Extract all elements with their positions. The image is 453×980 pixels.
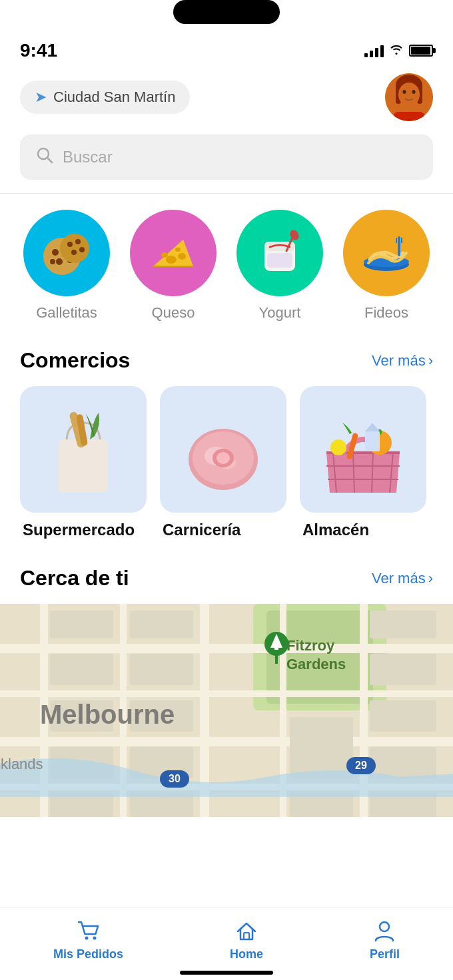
- svg-point-25: [178, 253, 186, 260]
- comercios-see-more-label: Ver más: [372, 352, 426, 369]
- nav-home[interactable]: Home: [230, 918, 263, 961]
- divider: [0, 193, 453, 194]
- svg-rect-78: [370, 611, 436, 638]
- comercios-see-more[interactable]: Ver más ›: [372, 352, 433, 369]
- svg-rect-68: [130, 611, 193, 638]
- search-icon: [36, 146, 53, 168]
- chevron-right-icon: ›: [428, 352, 433, 369]
- signal-icon: [364, 44, 384, 57]
- categories: Galletitas Queso: [0, 210, 453, 342]
- map-container[interactable]: Melbourne cklands Fitzroy Gardens 30 29: [0, 604, 453, 817]
- svg-rect-98: [244, 933, 249, 939]
- comercios-section-header: Comercios Ver más ›: [0, 342, 453, 386]
- header: ➤ Ciudad San Martín: [0, 67, 453, 134]
- svg-point-26: [161, 252, 168, 258]
- svg-point-4: [398, 83, 420, 107]
- category-label-yogurt: Yogurt: [259, 304, 301, 322]
- category-galletitas[interactable]: Galletitas: [23, 210, 110, 322]
- location-label: Ciudad San Martín: [53, 89, 175, 106]
- fideos-icon: [356, 223, 416, 283]
- svg-point-21: [79, 247, 85, 252]
- nav-perfil-label: Perfil: [370, 947, 400, 961]
- svg-point-17: [60, 234, 89, 263]
- svg-rect-7: [393, 112, 425, 121]
- svg-point-12: [52, 249, 59, 256]
- svg-rect-59: [0, 690, 453, 697]
- nearby-see-more[interactable]: Ver más ›: [372, 570, 433, 587]
- location-arrow-icon: ➤: [35, 89, 47, 106]
- nav-perfil[interactable]: Perfil: [370, 918, 400, 961]
- supermercado-image: [20, 386, 147, 513]
- almacen-label: Almacén: [300, 521, 369, 539]
- bottom-nav: Mis Pedidos Home Perfil: [0, 907, 453, 980]
- category-label-queso: Queso: [152, 304, 195, 322]
- commerce-almacen[interactable]: Almacén: [300, 386, 426, 539]
- svg-marker-53: [365, 423, 380, 431]
- comercios-title: Comercios: [20, 348, 130, 373]
- status-icons: [364, 44, 433, 58]
- search-placeholder: Buscar: [63, 148, 113, 166]
- supermercado-label: Supermercado: [20, 521, 135, 539]
- svg-point-6: [412, 90, 416, 94]
- location-button[interactable]: ➤ Ciudad San Martín: [20, 81, 190, 114]
- wifi-icon: [389, 44, 404, 58]
- cart-icon: [76, 918, 101, 943]
- nearby-see-more-label: Ver más: [372, 570, 426, 587]
- search-box[interactable]: Buscar: [20, 134, 433, 180]
- svg-rect-52: [365, 431, 380, 451]
- carniceria-label: Carnicería: [160, 521, 240, 539]
- svg-point-33: [288, 228, 300, 242]
- svg-text:30: 30: [169, 773, 181, 784]
- svg-point-27: [175, 248, 181, 252]
- commerce-carniceria[interactable]: Carnicería: [160, 386, 286, 539]
- category-circle-galletitas: [23, 210, 110, 296]
- svg-point-18: [67, 242, 73, 247]
- status-bar: 9:41: [0, 31, 453, 67]
- svg-rect-91: [274, 646, 278, 650]
- carniceria-image: [160, 386, 286, 513]
- category-circle-yogurt: [236, 210, 323, 296]
- svg-point-16: [50, 259, 55, 264]
- svg-point-24: [166, 256, 177, 264]
- svg-rect-77: [290, 717, 353, 748]
- category-circle-fideos: [343, 210, 430, 296]
- yogurt-icon: [250, 223, 310, 283]
- category-yogurt[interactable]: Yogurt: [236, 210, 323, 322]
- nearby-section-header: Cerca de ti Ver más ›: [0, 559, 453, 604]
- category-queso[interactable]: Queso: [130, 210, 217, 322]
- commerce-supermercado[interactable]: Supermercado: [20, 386, 147, 539]
- category-fideos[interactable]: Fideos: [343, 210, 430, 322]
- svg-rect-31: [267, 253, 292, 268]
- galletitas-icon: [37, 223, 97, 283]
- nav-mis-pedidos[interactable]: Mis Pedidos: [53, 918, 123, 961]
- commerce-row: Supermercado Carnicería: [0, 386, 453, 559]
- svg-rect-40: [59, 439, 108, 493]
- status-time: 9:41: [20, 40, 57, 61]
- nav-home-label: Home: [230, 947, 263, 961]
- map-section: Melbourne cklands Fitzroy Gardens 30 29: [0, 604, 453, 817]
- svg-rect-79: [370, 654, 436, 685]
- svg-text:Melbourne: Melbourne: [40, 700, 175, 729]
- map-svg: Melbourne cklands Fitzroy Gardens 30 29: [0, 604, 453, 817]
- svg-line-9: [47, 158, 52, 162]
- svg-text:Fitzroy: Fitzroy: [286, 637, 335, 654]
- svg-text:29: 29: [355, 760, 367, 771]
- svg-point-48: [217, 452, 230, 464]
- nav-mis-pedidos-label: Mis Pedidos: [53, 947, 123, 961]
- svg-point-54: [330, 439, 346, 455]
- svg-rect-70: [130, 654, 193, 685]
- svg-point-99: [380, 922, 389, 931]
- svg-rect-81: [370, 700, 436, 732]
- svg-point-97: [93, 937, 96, 940]
- supermercado-icon: [40, 399, 127, 499]
- svg-point-14: [56, 258, 63, 265]
- avatar[interactable]: [385, 73, 433, 121]
- svg-rect-69: [50, 654, 113, 685]
- queso-icon: [143, 223, 203, 283]
- search-container: Buscar: [0, 134, 453, 193]
- category-circle-queso: [130, 210, 217, 296]
- almacen-icon: [313, 399, 413, 499]
- svg-rect-58: [0, 644, 453, 653]
- home-indicator: [180, 971, 273, 975]
- category-label-fideos: Fideos: [364, 304, 408, 322]
